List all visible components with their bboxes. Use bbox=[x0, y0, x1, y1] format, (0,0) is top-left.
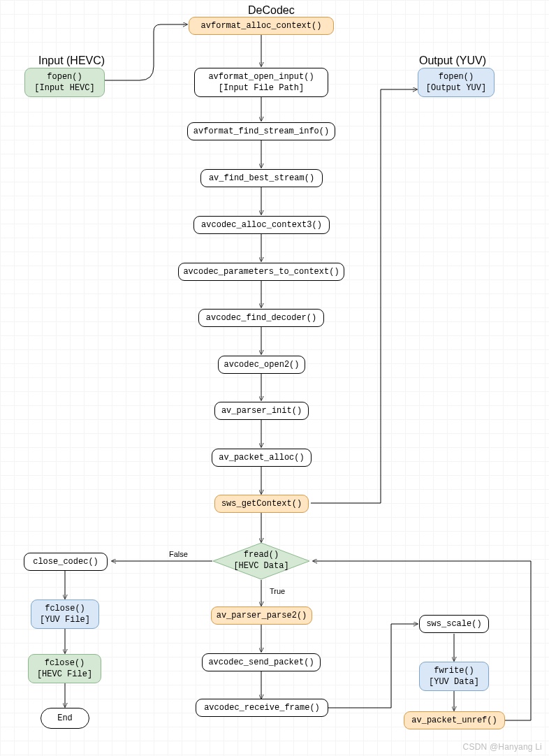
title-input: Input (HEVC) bbox=[38, 54, 105, 67]
node-parser-init: av_parser_init() bbox=[214, 402, 309, 420]
node-packet-alloc: av_packet_alloc() bbox=[212, 449, 312, 467]
fread-label: fread() [HEVC Data] bbox=[233, 550, 288, 572]
edges-layer bbox=[0, 0, 549, 756]
node-parser-parse2: av_parser_parse2() bbox=[211, 606, 312, 625]
title-output: Output (YUV) bbox=[419, 54, 486, 67]
node-avformat-open: avformat_open_input() [Input File Path] bbox=[194, 68, 328, 97]
title-decodec: DeCodec bbox=[248, 4, 295, 17]
node-fwrite: fwrite() [YUV Data] bbox=[419, 662, 489, 691]
node-alloc-ctx3: avcodec_alloc_context3() bbox=[193, 216, 330, 234]
node-avformat-alloc: avformat_alloc_context() bbox=[189, 17, 334, 35]
node-input-fopen: fopen() [Input HEVC] bbox=[24, 68, 105, 97]
node-sws-scale: sws_scale() bbox=[419, 615, 489, 633]
node-find-decoder: avcodec_find_decoder() bbox=[198, 309, 324, 327]
node-params-to-ctx: avcodec_parameters_to_context() bbox=[178, 263, 344, 281]
node-send-packet: avcodec_send_packet() bbox=[202, 653, 321, 671]
node-packet-unref: av_packet_unref() bbox=[404, 711, 505, 729]
node-close-codec: close_codec() bbox=[24, 553, 108, 571]
node-fread-decision: fread() [HEVC Data] bbox=[212, 542, 310, 580]
node-fclose-yuv: fclose() [YUV File] bbox=[31, 599, 99, 629]
node-output-fopen: fopen() [Output YUV] bbox=[418, 68, 495, 97]
node-find-best: av_find_best_stream() bbox=[200, 169, 323, 187]
edge-label-false: False bbox=[169, 550, 188, 558]
node-sws-getctx: sws_getContext() bbox=[214, 495, 309, 513]
node-fclose-hevc: fclose() [HEVC File] bbox=[28, 654, 101, 683]
node-receive-frame: avcodec_receive_frame() bbox=[196, 699, 328, 717]
watermark: CSDN @Hanyang Li bbox=[463, 742, 542, 752]
node-open2: avcodec_open2() bbox=[218, 356, 305, 374]
edge-label-true: True bbox=[270, 587, 285, 595]
node-find-stream: avformat_find_stream_info() bbox=[187, 122, 335, 140]
node-end: End bbox=[41, 708, 89, 729]
